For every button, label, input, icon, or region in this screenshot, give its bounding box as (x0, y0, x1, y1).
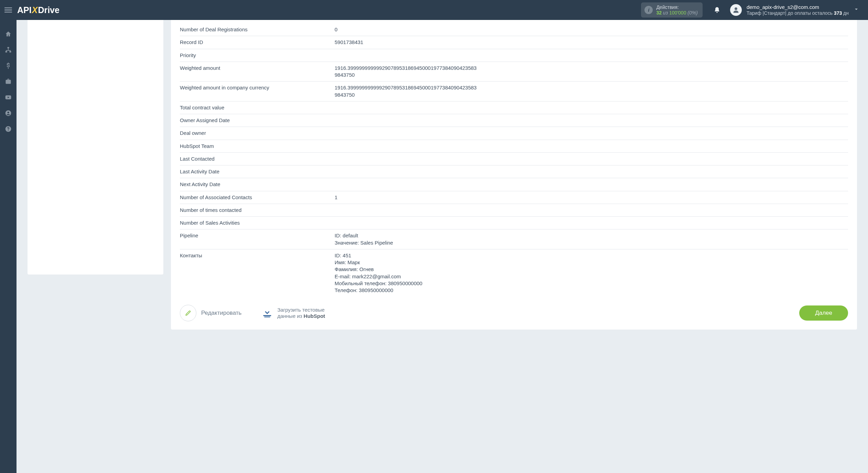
field-row: PipelineID: defaultЗначение: Sales Pipel… (180, 229, 848, 249)
sidebar-item-work[interactable] (0, 74, 17, 89)
main-content: Number of Deal Registrations0Record ID59… (17, 20, 868, 473)
svg-rect-5 (6, 51, 7, 52)
logo-part-api: API (17, 5, 32, 15)
field-row: Weighted amount1916.39999999999929078953… (180, 62, 848, 82)
field-label: Контакты (180, 252, 335, 259)
home-icon (5, 31, 12, 37)
user-icon (732, 6, 740, 14)
field-value: 1 (335, 194, 848, 201)
field-value: ID: 451Имя: МаркФамилия: ОгневE-mail: ma… (335, 252, 848, 294)
avatar (730, 4, 742, 16)
field-value: 5901738431 (335, 39, 848, 46)
field-label: Total contract value (180, 104, 335, 111)
sidebar-item-connections[interactable] (0, 42, 17, 58)
briefcase-icon (5, 78, 12, 85)
field-value: ID: defaultЗначение: Sales Pipeline (335, 232, 848, 246)
field-label: Next Activity Date (180, 181, 335, 188)
right-panel: Number of Deal Registrations0Record ID59… (171, 20, 857, 330)
field-row: HubSpot Team (180, 140, 848, 153)
download-icon (261, 307, 273, 320)
logo-part-drive: Drive (38, 5, 59, 15)
field-row: Last Contacted (180, 153, 848, 165)
left-panel (28, 20, 163, 275)
actions-label: Действия: (656, 4, 698, 10)
notifications-button[interactable] (710, 3, 724, 17)
actions-numbers: 32 из 100'000 (0%) (656, 10, 698, 15)
field-label: Owner Assigned Date (180, 117, 335, 124)
svg-rect-1 (4, 10, 12, 10)
top-bar: API X Drive i Действия: 32 из 100'000 (0… (0, 0, 868, 20)
sidebar-item-help[interactable] (0, 121, 17, 137)
field-label: Priority (180, 52, 335, 59)
field-row: Number of times contacted (180, 204, 848, 217)
logo-part-x: X (32, 5, 38, 15)
sidebar-item-video[interactable] (0, 89, 17, 105)
field-row: Next Activity Date (180, 178, 848, 191)
field-label: Pipeline (180, 232, 335, 239)
chevron-down-icon (854, 7, 859, 13)
sidebar (0, 20, 17, 473)
svg-rect-6 (9, 51, 11, 52)
sidebar-item-account[interactable] (0, 105, 17, 121)
svg-point-11 (8, 130, 9, 131)
field-value: 1916.39999999999929078953186945000197738… (335, 65, 848, 79)
next-button[interactable]: Далее (799, 305, 848, 321)
field-label: Weighted amount in company currency (180, 84, 335, 91)
edit-label[interactable]: Редактировать (201, 310, 241, 316)
field-label: Number of Sales Activities (180, 219, 335, 226)
question-icon (5, 126, 12, 132)
svg-point-3 (735, 7, 737, 10)
field-label: Record ID (180, 39, 335, 46)
user-tariff: Тариф |Стандарт| до оплаты осталось 373 … (747, 10, 849, 16)
svg-rect-2 (4, 12, 12, 12)
logo[interactable]: API X Drive (17, 5, 59, 15)
field-label: Number of Deal Registrations (180, 26, 335, 33)
dollar-icon (5, 62, 12, 69)
bell-icon (714, 7, 720, 13)
svg-rect-0 (4, 8, 12, 8)
load-test-data-button[interactable]: Загрузить тестовые данные из HubSpot (261, 307, 325, 320)
field-row: Owner Assigned Date (180, 114, 848, 127)
pencil-icon (185, 310, 192, 316)
hamburger-icon (4, 6, 12, 14)
sidebar-item-billing[interactable] (0, 58, 17, 74)
sitemap-icon (5, 46, 12, 53)
svg-rect-4 (8, 47, 9, 49)
field-row: Number of Deal Registrations0 (180, 23, 848, 36)
field-label: Number of Associated Contacts (180, 194, 335, 201)
field-value: 1916.39999999999929078953186945000197738… (335, 84, 848, 98)
field-label: Last Contacted (180, 155, 335, 162)
actions-counter[interactable]: i Действия: 32 из 100'000 (0%) (641, 2, 703, 18)
field-row: КонтактыID: 451Имя: МаркФамилия: ОгневE-… (180, 249, 848, 297)
user-circle-icon (5, 110, 12, 117)
field-row: Number of Sales Activities (180, 217, 848, 229)
field-label: Deal owner (180, 130, 335, 137)
menu-toggle[interactable] (0, 0, 17, 20)
youtube-icon (5, 94, 12, 101)
field-label: HubSpot Team (180, 143, 335, 150)
field-value: 0 (335, 26, 848, 33)
field-row: Record ID5901738431 (180, 36, 848, 49)
field-label: Weighted amount (180, 65, 335, 72)
field-row: Deal owner (180, 127, 848, 140)
sidebar-item-home[interactable] (0, 26, 17, 42)
svg-point-9 (8, 111, 9, 113)
load-label: Загрузить тестовые данные из HubSpot (277, 307, 325, 320)
user-email: demo_apix-drive_s2@com.com (747, 4, 849, 10)
info-icon: i (644, 6, 653, 14)
field-row: Weighted amount in company currency1916.… (180, 82, 848, 101)
field-row: Total contract value (180, 101, 848, 114)
field-label: Last Activity Date (180, 168, 335, 175)
card-actions: Редактировать Загрузить тестовые данные … (180, 303, 848, 321)
field-rows: Number of Deal Registrations0Record ID59… (180, 23, 848, 297)
field-label: Number of times contacted (180, 207, 335, 214)
user-menu[interactable]: demo_apix-drive_s2@com.com Тариф |Станда… (730, 4, 868, 16)
field-row: Number of Associated Contacts1 (180, 191, 848, 204)
field-row: Last Activity Date (180, 165, 848, 178)
edit-button[interactable] (180, 305, 196, 321)
field-row: Priority (180, 49, 848, 62)
